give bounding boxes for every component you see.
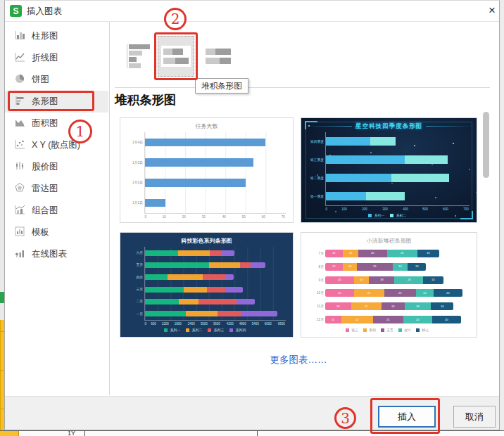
preview-bar-row: 9月2010182014 xyxy=(305,274,470,287)
preview-legend: 系列一系列二 xyxy=(305,212,470,219)
preview-bar-row: 第三季度 xyxy=(305,150,470,169)
preview-bar-row: 1月3日 xyxy=(125,153,286,173)
preview-bar-row: 第二季度 xyxy=(305,169,470,187)
preview-bar-row: 1月2日 xyxy=(125,173,286,193)
preview-bar-row: 六月 xyxy=(125,247,286,259)
combo-chart-icon xyxy=(14,204,25,217)
bar-chart-icon xyxy=(14,95,25,108)
sidebar-item-label: 模板 xyxy=(32,226,49,238)
column-chart-icon xyxy=(14,30,25,43)
titlebar-divider xyxy=(5,21,499,22)
sidebar-item-label: 折线图 xyxy=(32,52,58,64)
sidebar-item-label: 组合图 xyxy=(32,205,58,217)
preview-card-tech-color[interactable]: 科技彩色系列条形图六月五月四月三月二月一月0600120018002400300… xyxy=(120,232,294,338)
subtype-clustered-bar[interactable] xyxy=(122,40,154,72)
sidebar-item-radar[interactable]: 雷达图 xyxy=(5,178,108,200)
area-chart-icon xyxy=(14,117,25,130)
preview-bar-row: 二月 xyxy=(125,295,286,307)
sidebar-item-column[interactable]: 柱形图 xyxy=(5,25,108,47)
background-partial-cell-text: 1Y xyxy=(68,430,75,436)
cell-gridline xyxy=(84,431,85,436)
background-spreadsheet-bottom-sliver: 1Y xyxy=(0,430,504,436)
clustered-bar-icon xyxy=(127,44,150,68)
wps-logo-icon: S xyxy=(10,5,22,17)
sidebar-item-label: 雷达图 xyxy=(32,183,58,195)
cancel-button[interactable]: 取消 xyxy=(453,406,496,428)
subtype-tooltip: 堆积条形图 xyxy=(195,78,248,94)
sidebar-item-label: 条形图 xyxy=(32,96,58,108)
preview-bar-row: 四月 xyxy=(125,271,286,283)
preview-card-task-days[interactable]: 任务天数1月4日1月3日1月2日1月1日010203040506070 xyxy=(120,117,294,223)
preview-bar-row: 12月1122212020 xyxy=(305,313,470,326)
sidebar-item-label: 饼图 xyxy=(32,74,49,86)
radar-chart-icon xyxy=(14,182,25,195)
sidebar-item-label: 面积图 xyxy=(32,117,58,129)
preview-bar-row: 一月 xyxy=(125,308,286,320)
online-chart-icon xyxy=(14,248,25,261)
sidebar-item-line[interactable]: 折线图 xyxy=(5,47,108,69)
preview-x-axis: 0100200300400500600700 xyxy=(325,205,470,212)
cell-gridline xyxy=(257,431,258,436)
preview-bar-row: 8月1210251013 xyxy=(305,260,470,274)
template-icon xyxy=(14,226,25,239)
stock-chart-icon xyxy=(14,160,25,174)
sidebar-item-pie[interactable]: 饼图 xyxy=(5,69,108,91)
preview-chart-title: 星空科技四季度条形图 xyxy=(304,122,474,131)
preview-chart-title: 科技彩色系列条形图 xyxy=(123,236,290,245)
sidebar-item-label: 股价图 xyxy=(32,161,58,173)
percent-stacked-bar-icon xyxy=(204,49,231,64)
section-heading: 堆积条形图 xyxy=(115,91,177,108)
line-chart-icon xyxy=(14,51,25,65)
more-charts-link[interactable]: 更多图表…… xyxy=(246,354,351,366)
preview-bar-row: 第一季度 xyxy=(305,187,470,205)
preview-card-starry-tech[interactable]: 星空科技四季度条形图第四季度第三季度第二季度第一季度01002003004005… xyxy=(301,117,477,223)
screen: 1Y S 插入图表 × 柱形图折线图饼图条形图面积图X Y (散点图)股价图雷达… xyxy=(0,0,504,436)
dialog-title: 插入图表 xyxy=(27,6,62,18)
preview-legend: 系列一系列二系列三系列四 xyxy=(125,326,286,334)
preview-card-fresh[interactable]: 小清新堆积条形图7月12112021158月12102510139月201018… xyxy=(301,232,477,338)
sidebar-item-area[interactable]: 面积图 xyxy=(5,113,108,134)
sidebar-divider xyxy=(109,22,110,395)
sidebar-item-combo[interactable]: 组合图 xyxy=(5,200,108,222)
insert-button[interactable]: 插入 xyxy=(378,406,436,428)
preview-bar-row: 三月 xyxy=(125,283,286,295)
preview-legend: 张三李四王五赵六钱七 xyxy=(305,326,470,334)
preview-chart-plot: 1月4日1月3日1月2日1月1日010203040506070 xyxy=(123,131,290,220)
preview-bar-row: 1月1日 xyxy=(125,193,286,213)
preview-bar-row: 1月4日 xyxy=(125,132,286,153)
subtype-stacked-bar[interactable] xyxy=(158,36,194,77)
preview-x-axis: 0600120018002400300036004200480054006000… xyxy=(144,320,286,326)
preview-chart-title: 任务天数 xyxy=(123,122,290,131)
preview-chart-plot: 六月五月四月三月二月一月0600120018002400300036004200… xyxy=(123,245,290,335)
preview-chart-plot: 第四季度第三季度第二季度第一季度0100200300400500600700系列… xyxy=(304,131,474,220)
background-yellow-cell xyxy=(0,431,19,436)
preview-chart-plot: 7月12112021158月12102510139月201018201410月2… xyxy=(304,245,474,335)
close-icon[interactable]: × xyxy=(484,3,500,18)
sidebar-item-stock[interactable]: 股价图 xyxy=(5,156,108,178)
sidebar-item-label: 柱形图 xyxy=(32,30,58,42)
preview-x-axis: 010203040506070 xyxy=(144,213,286,219)
preview-chart-title: 小清新堆积条形图 xyxy=(304,236,474,245)
sidebar-item-online[interactable]: 在线图表 xyxy=(5,243,108,265)
preview-bar-row: 第四季度 xyxy=(305,132,470,150)
preview-bar-row: 五月 xyxy=(125,259,286,271)
content-divider xyxy=(115,87,490,88)
sidebar-item-scatter[interactable]: X Y (散点图) xyxy=(5,134,108,156)
sidebar-item-label: X Y (散点图) xyxy=(32,139,80,151)
subtype-percent-stacked-bar[interactable] xyxy=(201,40,234,72)
scatter-chart-icon xyxy=(14,139,25,152)
stacked-bar-icon xyxy=(161,46,191,67)
preview-bar-row: 11月1821161816 xyxy=(305,300,470,313)
pie-chart-icon xyxy=(14,73,25,86)
sidebar-item-template[interactable]: 模板 xyxy=(5,222,108,243)
preview-bar-row: 7月1211202115 xyxy=(305,247,470,260)
sidebar: 柱形图折线图饼图条形图面积图X Y (散点图)股价图雷达图组合图模板在线图表 xyxy=(5,25,108,265)
preview-bar-row: 10月2021221220 xyxy=(305,286,470,300)
scrollbar-thumb[interactable] xyxy=(483,112,489,178)
sidebar-item-label: 在线图表 xyxy=(32,248,67,260)
sidebar-item-bar[interactable]: 条形图 xyxy=(5,91,108,113)
